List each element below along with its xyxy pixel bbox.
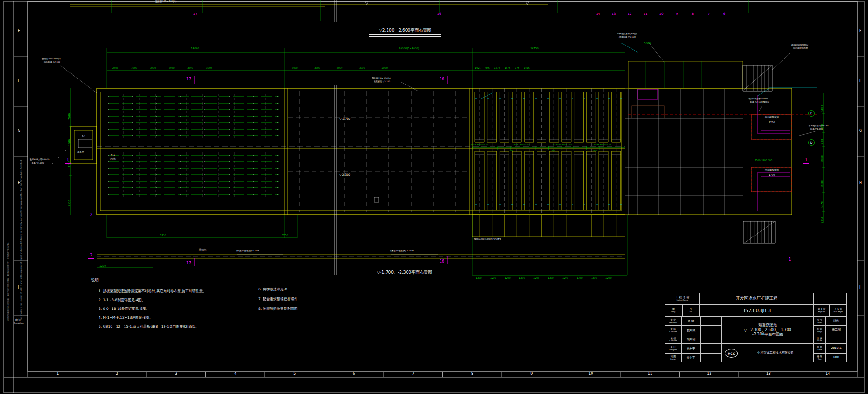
meta-label-en: Date	[817, 349, 822, 351]
project-row-spare-cell	[814, 293, 847, 304]
dim-right-3: 200	[821, 139, 824, 144]
dwg-label-en: Dwg.	[671, 311, 676, 313]
sig-spare-cell	[701, 316, 722, 326]
leader-midleft-1: 絮凝池进水管DN800	[30, 158, 49, 161]
frame-row-letter-left: F	[18, 79, 20, 83]
frame-column-number: 1	[54, 372, 61, 376]
m1-sub-label: (两池)	[110, 157, 116, 160]
linework	[599, 92, 608, 142]
slope-annotation-left: (未留中墙板块) 0.004	[236, 249, 259, 252]
project-label-cell: 工 程 名 称 Project Name	[665, 293, 700, 304]
triangle-symbol: ▽	[744, 328, 747, 333]
page-no-en: Page No	[818, 311, 825, 313]
sig-name: 侯中宇	[687, 356, 695, 360]
no-label-en: No.	[690, 311, 692, 313]
channel-dim-text: 125+6×400+125	[511, 144, 530, 146]
grid-number-top-strip: 7	[705, 12, 712, 16]
pvc-sleeve-label: 预留洞300×300(h)PVC套管	[474, 238, 501, 240]
inlet-well-label: 进水井	[77, 150, 84, 153]
leader-topright-4: 同左池对称布置	[793, 47, 808, 49]
frame-column-number: 9	[528, 372, 535, 376]
sig-spare-cell	[701, 353, 722, 362]
main-plan-title: ▽-1.700、-2.300平面布置图	[357, 270, 452, 275]
frame-column-number: 11	[646, 372, 654, 376]
channel-dim-text: 125+6×400+125	[469, 144, 488, 146]
meta-value-cell	[826, 335, 847, 344]
note-item-6: 6. 爬梯做法详见-8	[258, 287, 287, 291]
meta-value-cell: 施工图	[826, 326, 847, 335]
frame-row-letter-left: E	[18, 29, 20, 33]
frame-column-number: 2	[113, 372, 120, 376]
frame-column-number: 5	[291, 372, 298, 376]
dim-top-3: 16750	[520, 47, 548, 50]
note-item-8: 8. 池壁留洞位置见剖面图	[258, 307, 298, 311]
linework	[525, 92, 534, 142]
sig-label-en: Drawn	[670, 358, 676, 360]
meta-label-en: Rev.	[818, 358, 822, 360]
leader-hydrant-2: 标高 ▽2.150 预留洞	[750, 101, 769, 103]
margin-fineprint-en: This drawing is the property of MCC. It …	[20, 159, 23, 321]
logo-text: MCC	[728, 352, 735, 355]
meta-label-en: Scale	[817, 340, 822, 341]
frame-row-letter-right: G	[859, 129, 862, 133]
frame-row-letter-right: F	[859, 79, 861, 83]
grid-number-top-strip: 8	[689, 12, 697, 16]
sig-name-cell: 侯中宇	[681, 353, 701, 362]
meta-value: R00	[833, 356, 839, 359]
sig-spare-cell	[701, 344, 722, 353]
grid-number-top-strip: 12	[626, 12, 633, 16]
sig-name-cell: 胡凤利	[681, 335, 701, 344]
dim-5000: 5000	[644, 42, 651, 45]
grid-bubble-e: E	[808, 112, 815, 115]
sig-spare-cell	[701, 335, 722, 344]
sig-name-cell: 佟 林	[681, 316, 701, 326]
dim-right-6: 1470	[821, 201, 824, 208]
dim-1200-repeat: 1200	[548, 276, 554, 279]
frame-column-number: 10	[587, 372, 594, 376]
leader-topright-3: 两池间隔墙预留洞	[791, 44, 808, 46]
meta-label-en: Dept	[817, 322, 822, 323]
drawing-title-line3: -2.300平面布置图	[752, 333, 783, 337]
linework	[586, 92, 596, 142]
channel-dim-text: 125+6×400+125	[592, 144, 611, 146]
sig-name: 胡凤利	[687, 338, 695, 341]
channel-dim-text: 125+6×400+125	[553, 144, 572, 146]
sig-name: 佟 林	[688, 320, 694, 323]
sig-label-cell: 设 计Designed	[665, 344, 681, 353]
project-label-en: Project Name	[677, 299, 688, 301]
dim-left-2: 1500	[68, 139, 71, 146]
note-item-3: 3. 9-9~18-18剖面详图见-5图。	[99, 307, 150, 311]
inlet-box-label: S-1	[82, 135, 85, 138]
leader-topleft-2: 洞底标高 ▽2.100	[44, 61, 60, 63]
drain-channel-label: 排泥渠	[199, 248, 207, 251]
company-name: 中冶京诚工程技术有限公司	[757, 351, 794, 355]
leader-hydrant-1: 消火栓给水管DN100	[748, 98, 768, 100]
grid-bubble-d: D	[808, 141, 815, 144]
sig-label-en: Checked	[669, 340, 677, 341]
frame-column-number: 6	[350, 372, 357, 376]
dim-row2-left: 2400 3000 3000 3000 3000 3000	[112, 66, 212, 69]
leader-topright-1: 不锈钢集水槽(共8条)	[617, 33, 637, 35]
grid-number-top-strip: 14	[594, 12, 602, 16]
dim-bottom-1200: 1200	[99, 264, 106, 268]
linework	[549, 92, 559, 142]
section-mark-1-bottom: 1	[787, 257, 793, 263]
dwg-label-cell: 图 Dwg.	[665, 304, 682, 316]
note-item-4: 4. M-1~M-9,12~13详图见-8图。	[99, 315, 152, 320]
linework	[743, 221, 775, 243]
frame-column-number: 3	[172, 372, 180, 376]
meta-label-cell: 修 改Rev.	[814, 353, 826, 362]
drawing-number: 3523-03JB-3	[743, 308, 771, 313]
dim-bottom-3750: 3750	[282, 234, 288, 237]
dims-misc: 2500 1300 100	[755, 159, 772, 162]
dim-top-1: 14000	[181, 47, 209, 50]
dim-left-1: 7900	[68, 113, 71, 120]
channel-dim-200: 200	[509, 150, 513, 152]
meta-label-cell: 日 期Date	[814, 344, 826, 353]
frame-row-letter-left: G	[18, 129, 20, 133]
grid-number-16-top: 16	[438, 77, 446, 82]
no-label-cell: 号 No.	[682, 304, 700, 316]
slope-annotation-right: (未留中墙板块) 0.004	[390, 249, 414, 252]
dim-1200-repeat: 1200	[505, 276, 511, 279]
dim-row2-mid: 3000 3000 3000 3000 1000	[292, 66, 388, 69]
